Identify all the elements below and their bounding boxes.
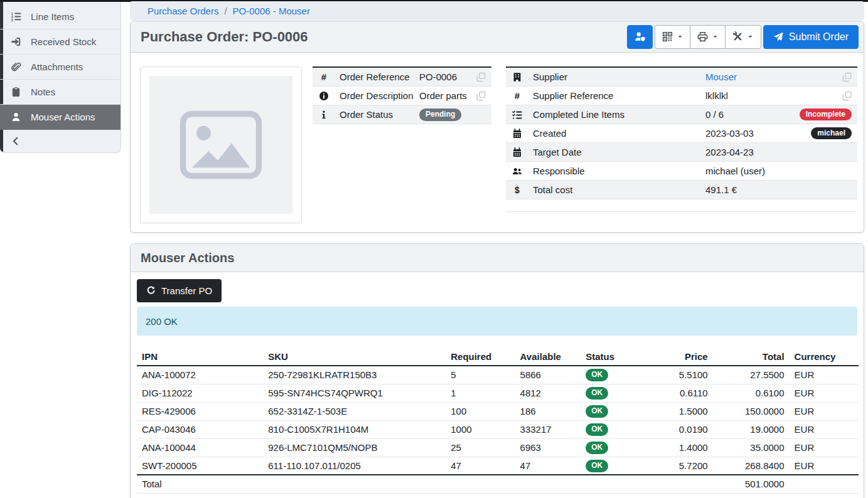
detail-label: Order Description <box>340 90 419 101</box>
cell-ipn: ANA-100044 <box>137 438 263 457</box>
page-title: Purchase Order: PO-0006 <box>141 29 308 45</box>
copy-icon[interactable] <box>842 91 852 101</box>
cell-required: 25 <box>446 438 515 457</box>
detail-icon-box: $ <box>512 185 533 195</box>
purchase-order-panel-body: #Order ReferencePO-0006Order Description… <box>131 53 864 233</box>
sidebar-item-attachments[interactable]: Attachments <box>0 55 121 80</box>
sidebar-item-notes[interactable]: Notes <box>0 80 121 105</box>
detail-label: Order Reference <box>340 72 419 82</box>
print-actions-button[interactable] <box>690 26 726 48</box>
detail-icon-box <box>319 110 340 120</box>
cell-status: OK <box>581 402 643 420</box>
detail-row: Order DescriptionOrder parts <box>313 87 491 105</box>
hashtag-icon: # <box>512 91 522 101</box>
detail-icon-box <box>512 129 533 139</box>
detail-value: 2023-03-03 <box>705 128 811 139</box>
submit-order-button[interactable]: Submit Order <box>763 25 859 49</box>
cell-total: 19.0000 <box>713 420 790 438</box>
status-badge: Pending <box>419 109 461 121</box>
sidebar-item-label: Received Stock <box>31 36 96 47</box>
breadcrumb-separator: / <box>218 6 232 16</box>
svg-text:#: # <box>515 91 520 101</box>
cell-price: 5.7200 <box>643 457 712 475</box>
calendar-icon <box>512 129 522 139</box>
column-header-ipn: IPN <box>137 347 263 366</box>
order-actions-button[interactable] <box>726 26 761 48</box>
transfer-po-button[interactable]: Transfer PO <box>137 279 222 302</box>
detail-row: Order StatusPending <box>313 105 491 124</box>
order-details-table: #Order ReferencePO-0006Order Description… <box>313 66 491 124</box>
sidebar-item-label: Notes <box>31 87 55 97</box>
cell-required: 1 <box>446 384 515 402</box>
detail-row: SupplierMouser <box>506 68 857 87</box>
cell-price: 0.0190 <box>643 420 712 438</box>
cell-price: 1.4000 <box>643 438 712 457</box>
detail-icon-box <box>319 91 340 101</box>
sign-in-icon <box>10 36 22 47</box>
detail-row: Created2023-03-03michael <box>506 124 857 143</box>
detail-row: Target Date2023-04-23 <box>506 143 857 162</box>
detail-value: Pending <box>419 108 486 121</box>
cell-currency: EUR <box>790 420 859 438</box>
parts-table-body: ANA-100072250-72981KLRATR150B355866OK5.5… <box>137 366 859 475</box>
detail-value[interactable]: Mouser <box>705 72 842 82</box>
print-icon <box>697 31 708 42</box>
cell-currency: EUR <box>790 457 859 475</box>
sidebar-item-label: Line Items <box>31 11 74 22</box>
sidebar: 123Line ItemsReceived StockAttachmentsNo… <box>0 2 121 153</box>
barcode-actions-button[interactable] <box>655 26 690 48</box>
breadcrumb-link-current-order[interactable]: PO-0006 - Mouser <box>233 6 310 16</box>
copy-icon[interactable] <box>476 72 486 82</box>
dollar-icon: $ <box>512 185 522 195</box>
cell-available: 5866 <box>515 366 581 384</box>
purchase-order-panel: Purchase Order: PO-0006 <box>130 21 864 233</box>
sidebar-item-mouser-actions[interactable]: Mouser Actions <box>0 105 121 130</box>
cell-total: 268.8400 <box>713 457 790 475</box>
column-header-sku: SKU <box>263 347 446 366</box>
detail-row: #Supplier Referencelklklkl <box>506 87 857 105</box>
sidebar-collapse-button[interactable] <box>0 130 121 152</box>
status-badge: Incomplete <box>800 109 852 121</box>
image-placeholder <box>149 76 292 214</box>
admin-user-button[interactable] <box>627 25 653 49</box>
info-circle-icon <box>319 91 329 101</box>
status-alert: 200 OK <box>137 307 857 336</box>
copy-icon[interactable] <box>842 72 852 82</box>
detail-row: $Total cost491.1 € <box>506 181 857 199</box>
svg-text:#: # <box>321 72 327 82</box>
order-image[interactable] <box>140 66 302 223</box>
breadcrumb-link-purchase-orders[interactable]: Purchase Orders <box>147 6 218 16</box>
sidebar-item-received-stock[interactable]: Received Stock <box>0 29 121 55</box>
cell-price: 0.6110 <box>643 384 712 402</box>
cell-status: OK <box>581 457 643 475</box>
cell-status: OK <box>581 420 643 438</box>
cell-available: 4812 <box>515 384 581 402</box>
status-alert-text: 200 OK <box>146 316 178 327</box>
user-icon <box>10 112 22 122</box>
svg-text:$: $ <box>515 185 520 195</box>
column-header-total: Total <box>713 347 790 366</box>
table-row: CAP-043046810-C1005X7R1H104M1000333217OK… <box>137 420 859 438</box>
detail-label: Supplier <box>533 72 705 82</box>
cell-status: OK <box>581 384 643 402</box>
table-row: ANA-100072250-72981KLRATR150B355866OK5.5… <box>137 366 859 384</box>
detail-row: #Order ReferencePO-0006 <box>313 68 491 87</box>
refresh-icon <box>146 286 156 295</box>
sidebar-item-line-items[interactable]: 123Line Items <box>0 4 121 29</box>
mouser-actions-title: Mouser Actions <box>141 251 234 265</box>
cell-currency: EUR <box>790 438 859 457</box>
copy-icon[interactable] <box>476 91 486 101</box>
detail-label: Created <box>533 128 705 139</box>
cell-currency: EUR <box>790 366 859 384</box>
mouser-actions-panel-header: Mouser Actions <box>131 244 864 272</box>
detail-row: Completed Line Items0 / 6Incomplete <box>506 105 857 124</box>
table-row: SWT-200005611-110.107.011/02054747OK5.72… <box>137 457 859 475</box>
building-icon <box>512 72 522 82</box>
detail-empty-row <box>506 199 857 212</box>
parts-table-footer-row: Total 501.0000 <box>137 475 859 493</box>
column-header-currency: Currency <box>790 347 859 366</box>
paper-plane-icon <box>773 32 783 42</box>
footer-total-value: 501.0000 <box>713 475 790 493</box>
cell-sku: 595-SN74HCS74QPWRQ1 <box>263 384 446 402</box>
header-button-group <box>655 25 761 49</box>
